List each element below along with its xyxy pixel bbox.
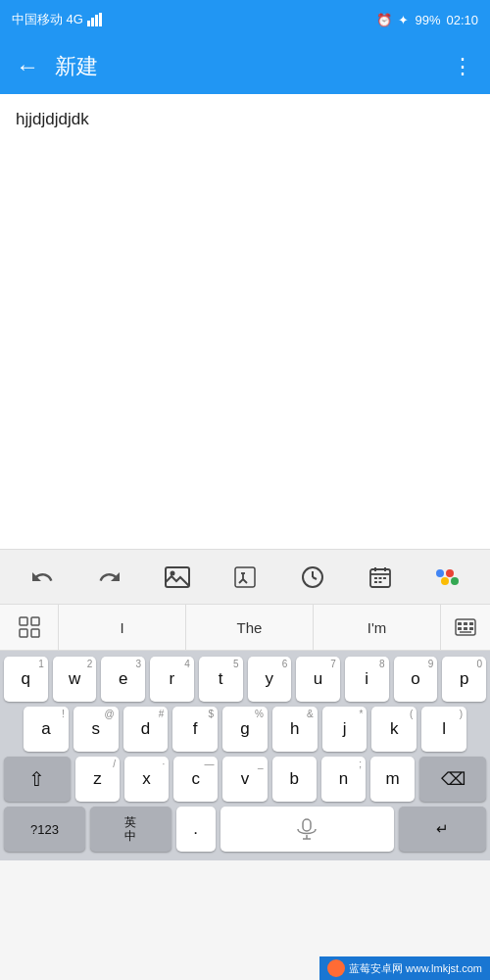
svg-point-22 xyxy=(451,577,459,585)
keyboard-row-4: ?123 英中 . ↵ xyxy=(4,807,486,852)
calendar-button[interactable] xyxy=(359,556,402,599)
key-i[interactable]: 8i xyxy=(345,657,389,702)
key-d[interactable]: #d xyxy=(123,707,169,752)
more-menu-button[interactable]: ⋮ xyxy=(452,54,474,79)
key-y[interactable]: 6y xyxy=(248,657,292,702)
clock-button[interactable] xyxy=(291,556,334,599)
image-button[interactable] xyxy=(156,556,199,599)
key-o[interactable]: 9o xyxy=(394,657,438,702)
svg-rect-16 xyxy=(383,577,386,579)
keyboard-collapse-icon xyxy=(455,618,476,636)
keyboard-collapse-button[interactable] xyxy=(441,605,490,650)
key-period[interactable]: . xyxy=(176,807,216,852)
svg-rect-18 xyxy=(379,581,382,583)
suggestion-word-1[interactable]: I xyxy=(59,605,186,650)
svg-point-5 xyxy=(170,570,174,575)
key-q[interactable]: 1q xyxy=(4,657,48,702)
watermark-text: 蓝莓安卓网 www.lmkjst.com xyxy=(349,961,482,976)
key-m[interactable]: m xyxy=(370,757,415,802)
status-bar: 中国移动 4G ⏰ ✦ 99% 02:10 xyxy=(0,0,490,39)
svg-rect-2 xyxy=(95,15,98,26)
svg-rect-6 xyxy=(235,567,255,587)
status-left: 中国移动 4G xyxy=(12,11,103,28)
draw-button[interactable] xyxy=(223,556,267,599)
key-k[interactable]: (k xyxy=(371,707,416,752)
watermark-logo xyxy=(327,959,345,977)
back-button[interactable]: ← xyxy=(16,53,39,80)
key-c[interactable]: —c xyxy=(173,757,218,802)
svg-rect-25 xyxy=(20,629,27,637)
key-backspace[interactable]: ⌫ xyxy=(419,757,486,802)
microphone-icon xyxy=(293,818,320,840)
draw-icon xyxy=(233,565,257,589)
key-v[interactable]: _v xyxy=(222,757,267,802)
svg-point-20 xyxy=(446,569,454,577)
key-t[interactable]: 5t xyxy=(199,657,243,702)
key-j[interactable]: *j xyxy=(322,707,368,752)
carrier-text: 中国移动 4G xyxy=(12,11,83,28)
key-r[interactable]: 4r xyxy=(150,657,194,702)
status-right: ⏰ ✦ 99% 02:10 xyxy=(376,13,478,27)
key-b[interactable]: b xyxy=(272,757,317,802)
svg-rect-0 xyxy=(87,21,90,26)
key-l[interactable]: )l xyxy=(421,707,466,752)
svg-rect-35 xyxy=(303,819,311,831)
key-n[interactable]: ;n xyxy=(321,757,366,802)
svg-rect-32 xyxy=(464,627,467,630)
svg-rect-23 xyxy=(20,617,27,625)
undo-icon xyxy=(30,565,54,589)
page-title: 新建 xyxy=(55,52,452,81)
key-h[interactable]: &h xyxy=(272,707,318,752)
word-suggestion-row: I The I'm xyxy=(0,604,490,651)
calendar-icon xyxy=(368,565,392,589)
svg-line-9 xyxy=(313,577,317,579)
svg-rect-29 xyxy=(464,622,467,625)
svg-rect-30 xyxy=(469,622,473,625)
image-icon xyxy=(165,566,190,588)
bluetooth-icon: ✦ xyxy=(398,13,409,27)
key-enter[interactable]: ↵ xyxy=(399,807,486,852)
redo-icon xyxy=(98,565,122,589)
clock-icon xyxy=(301,565,324,589)
svg-rect-31 xyxy=(458,627,462,630)
key-a[interactable]: !a xyxy=(24,707,69,752)
app-bar: ← 新建 ⋮ xyxy=(0,39,490,94)
suggestion-word-3[interactable]: I'm xyxy=(314,605,441,650)
svg-point-21 xyxy=(441,577,449,585)
redo-button[interactable] xyxy=(88,556,131,599)
keyboard-grid-button[interactable] xyxy=(0,605,59,650)
key-space[interactable] xyxy=(220,807,395,852)
battery-text: 99% xyxy=(415,13,440,27)
svg-rect-33 xyxy=(469,627,473,630)
note-editor[interactable]: hjjdjdjdjdk xyxy=(0,94,490,549)
key-p[interactable]: 0p xyxy=(442,657,486,702)
suggestion-word-2[interactable]: The xyxy=(186,605,314,650)
keyboard-toolbar xyxy=(0,549,490,604)
alarm-icon: ⏰ xyxy=(376,13,392,27)
signal-icon xyxy=(87,13,103,26)
svg-rect-26 xyxy=(31,629,39,637)
key-x[interactable]: ·x xyxy=(124,757,169,802)
keyboard-row-1: 1q 2w 3e 4r 5t 6y 7u 8i 9o 0p xyxy=(4,657,486,702)
keyboard: 1q 2w 3e 4r 5t 6y 7u 8i 9o 0p !a @s #d $… xyxy=(0,651,490,860)
key-symbols[interactable]: ?123 xyxy=(4,807,85,852)
grid-icon xyxy=(19,616,40,638)
key-f[interactable]: $f xyxy=(172,707,218,752)
key-g[interactable]: %g xyxy=(222,707,268,752)
colorful-dots-button[interactable] xyxy=(426,556,469,599)
time-text: 02:10 xyxy=(446,13,478,27)
key-u[interactable]: 7u xyxy=(296,657,340,702)
svg-rect-28 xyxy=(458,622,462,625)
keyboard-row-3: ⇧ /z ·x —c _v b ;n m ⌫ xyxy=(4,757,486,802)
key-shift[interactable]: ⇧ xyxy=(4,757,71,802)
undo-button[interactable] xyxy=(21,556,64,599)
svg-rect-14 xyxy=(374,577,377,579)
key-e[interactable]: 3e xyxy=(101,657,145,702)
key-s[interactable]: @s xyxy=(74,707,119,752)
key-z[interactable]: /z xyxy=(75,757,120,802)
svg-rect-17 xyxy=(374,581,377,583)
svg-rect-15 xyxy=(379,577,382,579)
svg-rect-3 xyxy=(99,13,102,26)
key-w[interactable]: 2w xyxy=(53,657,97,702)
key-language[interactable]: 英中 xyxy=(90,807,172,852)
